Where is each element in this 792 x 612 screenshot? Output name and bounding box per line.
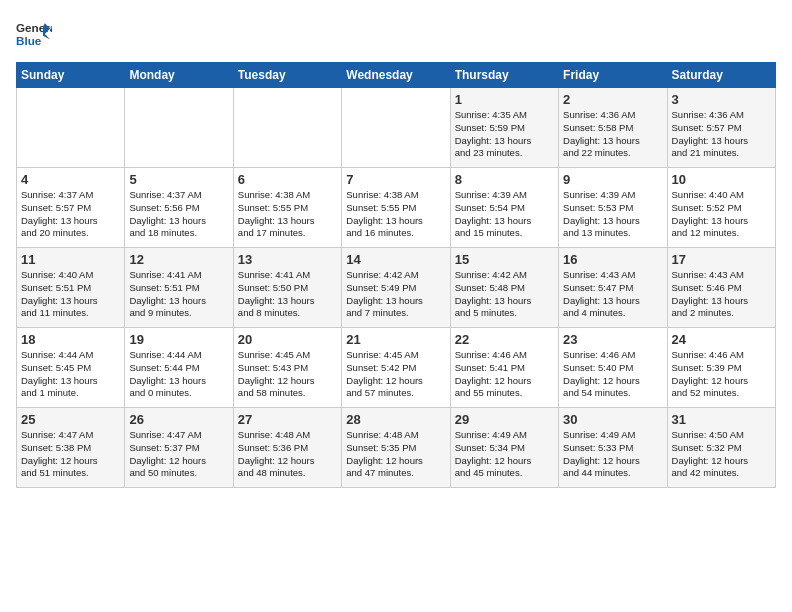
day-number: 18	[21, 332, 120, 347]
calendar-cell: 21Sunrise: 4:45 AM Sunset: 5:42 PM Dayli…	[342, 328, 450, 408]
day-info: Sunrise: 4:39 AM Sunset: 5:53 PM Dayligh…	[563, 189, 662, 240]
day-number: 25	[21, 412, 120, 427]
day-header-wednesday: Wednesday	[342, 63, 450, 88]
day-number: 4	[21, 172, 120, 187]
calendar-cell	[17, 88, 125, 168]
week-row-4: 18Sunrise: 4:44 AM Sunset: 5:45 PM Dayli…	[17, 328, 776, 408]
day-info: Sunrise: 4:38 AM Sunset: 5:55 PM Dayligh…	[238, 189, 337, 240]
day-number: 17	[672, 252, 771, 267]
day-number: 14	[346, 252, 445, 267]
day-info: Sunrise: 4:49 AM Sunset: 5:33 PM Dayligh…	[563, 429, 662, 480]
day-header-monday: Monday	[125, 63, 233, 88]
calendar-cell: 28Sunrise: 4:48 AM Sunset: 5:35 PM Dayli…	[342, 408, 450, 488]
day-number: 6	[238, 172, 337, 187]
calendar-cell: 11Sunrise: 4:40 AM Sunset: 5:51 PM Dayli…	[17, 248, 125, 328]
day-number: 22	[455, 332, 554, 347]
day-info: Sunrise: 4:45 AM Sunset: 5:42 PM Dayligh…	[346, 349, 445, 400]
day-number: 27	[238, 412, 337, 427]
day-number: 8	[455, 172, 554, 187]
day-info: Sunrise: 4:37 AM Sunset: 5:57 PM Dayligh…	[21, 189, 120, 240]
day-number: 9	[563, 172, 662, 187]
calendar-table: SundayMondayTuesdayWednesdayThursdayFrid…	[16, 62, 776, 488]
calendar-cell: 30Sunrise: 4:49 AM Sunset: 5:33 PM Dayli…	[559, 408, 667, 488]
day-number: 23	[563, 332, 662, 347]
week-row-1: 1Sunrise: 4:35 AM Sunset: 5:59 PM Daylig…	[17, 88, 776, 168]
calendar-cell	[125, 88, 233, 168]
day-header-saturday: Saturday	[667, 63, 775, 88]
day-number: 21	[346, 332, 445, 347]
day-info: Sunrise: 4:42 AM Sunset: 5:48 PM Dayligh…	[455, 269, 554, 320]
calendar-cell: 24Sunrise: 4:46 AM Sunset: 5:39 PM Dayli…	[667, 328, 775, 408]
calendar-cell: 22Sunrise: 4:46 AM Sunset: 5:41 PM Dayli…	[450, 328, 558, 408]
logo-icon: General Blue	[16, 16, 52, 52]
day-header-tuesday: Tuesday	[233, 63, 341, 88]
day-info: Sunrise: 4:36 AM Sunset: 5:57 PM Dayligh…	[672, 109, 771, 160]
calendar-cell: 16Sunrise: 4:43 AM Sunset: 5:47 PM Dayli…	[559, 248, 667, 328]
day-number: 16	[563, 252, 662, 267]
day-info: Sunrise: 4:48 AM Sunset: 5:36 PM Dayligh…	[238, 429, 337, 480]
calendar-cell: 2Sunrise: 4:36 AM Sunset: 5:58 PM Daylig…	[559, 88, 667, 168]
day-info: Sunrise: 4:40 AM Sunset: 5:51 PM Dayligh…	[21, 269, 120, 320]
logo: General Blue	[16, 16, 52, 52]
calendar-cell: 7Sunrise: 4:38 AM Sunset: 5:55 PM Daylig…	[342, 168, 450, 248]
day-info: Sunrise: 4:49 AM Sunset: 5:34 PM Dayligh…	[455, 429, 554, 480]
day-number: 3	[672, 92, 771, 107]
calendar-cell: 9Sunrise: 4:39 AM Sunset: 5:53 PM Daylig…	[559, 168, 667, 248]
calendar-cell: 4Sunrise: 4:37 AM Sunset: 5:57 PM Daylig…	[17, 168, 125, 248]
day-info: Sunrise: 4:38 AM Sunset: 5:55 PM Dayligh…	[346, 189, 445, 240]
calendar-cell: 31Sunrise: 4:50 AM Sunset: 5:32 PM Dayli…	[667, 408, 775, 488]
calendar-cell: 23Sunrise: 4:46 AM Sunset: 5:40 PM Dayli…	[559, 328, 667, 408]
day-header-sunday: Sunday	[17, 63, 125, 88]
calendar-cell	[233, 88, 341, 168]
day-number: 19	[129, 332, 228, 347]
day-header-friday: Friday	[559, 63, 667, 88]
day-info: Sunrise: 4:35 AM Sunset: 5:59 PM Dayligh…	[455, 109, 554, 160]
day-number: 24	[672, 332, 771, 347]
day-number: 30	[563, 412, 662, 427]
day-info: Sunrise: 4:47 AM Sunset: 5:38 PM Dayligh…	[21, 429, 120, 480]
day-info: Sunrise: 4:46 AM Sunset: 5:41 PM Dayligh…	[455, 349, 554, 400]
calendar-cell: 6Sunrise: 4:38 AM Sunset: 5:55 PM Daylig…	[233, 168, 341, 248]
day-info: Sunrise: 4:41 AM Sunset: 5:50 PM Dayligh…	[238, 269, 337, 320]
day-info: Sunrise: 4:45 AM Sunset: 5:43 PM Dayligh…	[238, 349, 337, 400]
day-header-thursday: Thursday	[450, 63, 558, 88]
day-info: Sunrise: 4:39 AM Sunset: 5:54 PM Dayligh…	[455, 189, 554, 240]
calendar-cell: 14Sunrise: 4:42 AM Sunset: 5:49 PM Dayli…	[342, 248, 450, 328]
day-info: Sunrise: 4:37 AM Sunset: 5:56 PM Dayligh…	[129, 189, 228, 240]
day-info: Sunrise: 4:43 AM Sunset: 5:47 PM Dayligh…	[563, 269, 662, 320]
day-number: 12	[129, 252, 228, 267]
week-row-2: 4Sunrise: 4:37 AM Sunset: 5:57 PM Daylig…	[17, 168, 776, 248]
day-info: Sunrise: 4:48 AM Sunset: 5:35 PM Dayligh…	[346, 429, 445, 480]
calendar-cell: 5Sunrise: 4:37 AM Sunset: 5:56 PM Daylig…	[125, 168, 233, 248]
day-number: 20	[238, 332, 337, 347]
week-row-5: 25Sunrise: 4:47 AM Sunset: 5:38 PM Dayli…	[17, 408, 776, 488]
day-number: 13	[238, 252, 337, 267]
header-row: SundayMondayTuesdayWednesdayThursdayFrid…	[17, 63, 776, 88]
day-number: 31	[672, 412, 771, 427]
day-info: Sunrise: 4:47 AM Sunset: 5:37 PM Dayligh…	[129, 429, 228, 480]
calendar-cell: 20Sunrise: 4:45 AM Sunset: 5:43 PM Dayli…	[233, 328, 341, 408]
calendar-cell: 3Sunrise: 4:36 AM Sunset: 5:57 PM Daylig…	[667, 88, 775, 168]
calendar-cell	[342, 88, 450, 168]
day-info: Sunrise: 4:41 AM Sunset: 5:51 PM Dayligh…	[129, 269, 228, 320]
day-info: Sunrise: 4:42 AM Sunset: 5:49 PM Dayligh…	[346, 269, 445, 320]
day-number: 10	[672, 172, 771, 187]
calendar-cell: 17Sunrise: 4:43 AM Sunset: 5:46 PM Dayli…	[667, 248, 775, 328]
day-number: 5	[129, 172, 228, 187]
day-number: 29	[455, 412, 554, 427]
day-info: Sunrise: 4:43 AM Sunset: 5:46 PM Dayligh…	[672, 269, 771, 320]
day-number: 15	[455, 252, 554, 267]
calendar-cell: 1Sunrise: 4:35 AM Sunset: 5:59 PM Daylig…	[450, 88, 558, 168]
day-info: Sunrise: 4:44 AM Sunset: 5:45 PM Dayligh…	[21, 349, 120, 400]
svg-text:Blue: Blue	[16, 34, 42, 47]
day-info: Sunrise: 4:36 AM Sunset: 5:58 PM Dayligh…	[563, 109, 662, 160]
calendar-cell: 27Sunrise: 4:48 AM Sunset: 5:36 PM Dayli…	[233, 408, 341, 488]
day-info: Sunrise: 4:46 AM Sunset: 5:40 PM Dayligh…	[563, 349, 662, 400]
calendar-cell: 19Sunrise: 4:44 AM Sunset: 5:44 PM Dayli…	[125, 328, 233, 408]
day-number: 26	[129, 412, 228, 427]
day-info: Sunrise: 4:46 AM Sunset: 5:39 PM Dayligh…	[672, 349, 771, 400]
day-info: Sunrise: 4:44 AM Sunset: 5:44 PM Dayligh…	[129, 349, 228, 400]
calendar-cell: 26Sunrise: 4:47 AM Sunset: 5:37 PM Dayli…	[125, 408, 233, 488]
calendar-cell: 29Sunrise: 4:49 AM Sunset: 5:34 PM Dayli…	[450, 408, 558, 488]
day-number: 28	[346, 412, 445, 427]
